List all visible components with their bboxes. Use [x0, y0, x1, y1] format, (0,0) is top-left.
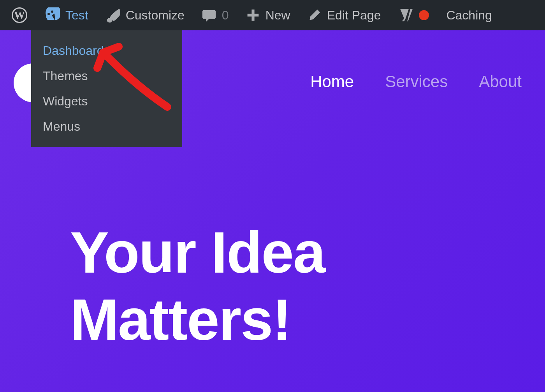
dropdown-item-dashboard[interactable]: Dashboard — [31, 38, 182, 63]
site-name-dropdown: Dashboard Themes Widgets Menus — [31, 30, 182, 147]
caching-menu[interactable]: Caching — [438, 0, 500, 30]
edit-page-menu[interactable]: Edit Page — [299, 0, 390, 30]
nav-item-about[interactable]: About — [479, 72, 522, 91]
yoast-icon — [398, 7, 413, 23]
caching-label: Caching — [446, 8, 492, 23]
dropdown-item-widgets[interactable]: Widgets — [31, 89, 182, 114]
wordpress-logo-icon: W — [12, 7, 27, 23]
dropdown-item-themes[interactable]: Themes — [31, 63, 182, 89]
site-name-menu[interactable]: Test — [36, 0, 97, 30]
customize-label: Customize — [126, 8, 185, 23]
nav-item-services[interactable]: Services — [385, 72, 448, 91]
dropdown-item-menus[interactable]: Menus — [31, 114, 182, 139]
plus-icon — [246, 8, 260, 22]
new-label: New — [265, 8, 290, 23]
hero-line-1: Your Idea — [70, 219, 325, 286]
dropdown-item-label: Widgets — [43, 94, 88, 108]
yoast-menu[interactable] — [389, 0, 438, 30]
brush-icon — [105, 8, 120, 23]
wp-admin-bar: W Test Customize 0 — [0, 0, 545, 30]
hero-line-2: Matters! — [70, 286, 325, 354]
edit-page-label: Edit Page — [327, 8, 381, 23]
comments-menu[interactable]: 0 — [193, 0, 237, 30]
site-navigation: Home Services About — [310, 72, 522, 91]
dashboard-icon — [44, 7, 60, 23]
dropdown-item-label: Themes — [43, 69, 88, 83]
site-name-label: Test — [65, 8, 88, 23]
dropdown-item-label: Dashboard — [43, 44, 104, 58]
new-content-menu[interactable]: New — [237, 0, 299, 30]
comment-icon — [202, 8, 216, 23]
nav-item-home[interactable]: Home — [310, 72, 354, 91]
dropdown-item-label: Menus — [43, 119, 80, 133]
wp-logo-menu[interactable]: W — [3, 0, 36, 30]
customize-menu[interactable]: Customize — [97, 0, 193, 30]
status-indicator-icon — [419, 10, 429, 20]
pencil-icon — [308, 8, 322, 22]
hero-heading: Your Idea Matters! — [70, 219, 325, 353]
comments-count: 0 — [222, 8, 229, 23]
